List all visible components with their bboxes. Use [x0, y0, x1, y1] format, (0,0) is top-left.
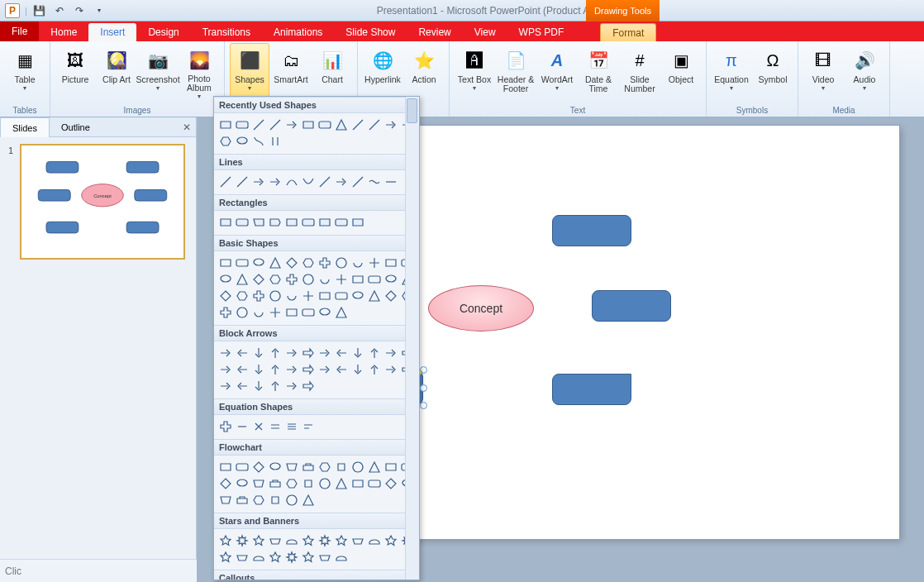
shape-option[interactable] — [333, 475, 349, 491]
shape-option[interactable] — [234, 174, 250, 189]
shape-option[interactable] — [217, 345, 233, 360]
shape-option[interactable] — [267, 378, 283, 394]
shape-option[interactable] — [333, 255, 349, 270]
shape-option[interactable] — [234, 361, 250, 377]
shape-option[interactable] — [250, 492, 266, 508]
table-button[interactable]: ▦Table▾ — [5, 43, 45, 101]
shape-option[interactable] — [250, 133, 266, 149]
shapes-gallery[interactable]: Recently Used Shapes Lines Rectangles Ba… — [213, 96, 420, 580]
slidenumber-button[interactable]: #Slide Number — [620, 43, 660, 101]
shape-option[interactable] — [283, 255, 299, 270]
wordart-button[interactable]: AWordArt▾ — [537, 43, 577, 101]
shape-option[interactable] — [250, 304, 266, 320]
tab-view[interactable]: View — [463, 23, 507, 41]
shape-option[interactable] — [267, 361, 283, 377]
shape-option[interactable] — [333, 345, 349, 360]
shape-option[interactable] — [283, 288, 299, 303]
shape-option[interactable] — [283, 549, 299, 565]
shape-option[interactable] — [234, 532, 250, 548]
shape-option[interactable] — [267, 418, 283, 434]
tab-slideshow[interactable]: Slide Show — [334, 23, 407, 41]
shape-option[interactable] — [283, 271, 299, 287]
shape-option[interactable] — [234, 255, 250, 270]
thumbnail-area[interactable]: 1 Concept — [0, 137, 196, 582]
shape-option[interactable] — [317, 549, 332, 565]
shape-option[interactable] — [234, 214, 250, 230]
close-pane-icon[interactable]: ✕ — [183, 122, 191, 133]
chart-button[interactable]: 📊Chart — [312, 43, 352, 101]
resize-handle-se[interactable] — [420, 402, 427, 409]
shape-rect-2[interactable] — [552, 215, 631, 246]
shape-option[interactable] — [217, 532, 233, 548]
shape-option[interactable] — [234, 549, 250, 565]
clipart-button[interactable]: 🎑Clip Art — [97, 43, 136, 101]
shape-option[interactable] — [217, 271, 233, 287]
shape-option[interactable] — [366, 361, 382, 377]
shape-option[interactable] — [217, 418, 233, 434]
resize-handle-e[interactable] — [420, 384, 427, 392]
shape-option[interactable] — [234, 271, 250, 287]
shape-option[interactable] — [300, 475, 316, 491]
shape-option[interactable] — [267, 345, 283, 360]
shape-option[interactable] — [250, 549, 266, 565]
shape-option[interactable] — [317, 174, 332, 189]
shape-option[interactable] — [267, 549, 283, 565]
shape-option[interactable] — [267, 475, 283, 491]
shape-option[interactable] — [300, 418, 316, 434]
shape-option[interactable] — [234, 475, 250, 491]
shape-option[interactable] — [267, 214, 283, 230]
shapes-scrollbar[interactable] — [405, 97, 419, 580]
photoalbum-button[interactable]: 🌄Photo Album▾ — [179, 43, 219, 101]
shape-option[interactable] — [267, 304, 283, 320]
shape-option[interactable] — [283, 304, 299, 320]
shape-option[interactable] — [234, 304, 250, 320]
shape-option[interactable] — [383, 174, 398, 189]
shape-option[interactable] — [350, 459, 365, 475]
shape-option[interactable] — [317, 214, 332, 230]
shape-option[interactable] — [300, 288, 316, 303]
save-icon[interactable]: 💾 — [32, 3, 47, 18]
concept-oval[interactable]: Concept — [428, 285, 534, 332]
shape-option[interactable] — [366, 117, 382, 132]
shape-option[interactable] — [267, 174, 283, 189]
shape-option[interactable] — [383, 345, 398, 360]
shapes-button[interactable]: ⬛Shapes▾ — [230, 43, 269, 101]
shape-option[interactable] — [333, 304, 349, 320]
shape-option[interactable] — [300, 549, 316, 565]
shape-option[interactable] — [267, 492, 283, 508]
shape-option[interactable] — [383, 271, 398, 287]
shape-option[interactable] — [250, 288, 266, 303]
shape-option[interactable] — [234, 378, 250, 394]
shape-option[interactable] — [300, 214, 316, 230]
shape-option[interactable] — [350, 345, 365, 360]
shape-option[interactable] — [317, 304, 332, 320]
tab-insert[interactable]: Insert — [88, 23, 136, 41]
slide-thumbnail-1[interactable]: 1 Concept — [20, 144, 185, 260]
shape-option[interactable] — [366, 255, 382, 270]
shape-option[interactable] — [383, 255, 398, 270]
shape-option[interactable] — [283, 174, 299, 189]
tab-outline[interactable]: Outline — [50, 117, 102, 137]
shape-option[interactable] — [217, 117, 233, 132]
shape-option[interactable] — [317, 255, 332, 270]
symbol-button[interactable]: ΩSymbol — [753, 43, 793, 101]
shape-option[interactable] — [250, 271, 266, 287]
shape-option[interactable] — [267, 133, 283, 149]
shape-option[interactable] — [300, 492, 316, 508]
shape-option[interactable] — [217, 361, 233, 377]
shape-option[interactable] — [267, 117, 283, 132]
textbox-button[interactable]: 🅰Text Box▾ — [455, 43, 494, 101]
equation-button[interactable]: πEquation▾ — [712, 43, 751, 101]
tab-transitions[interactable]: Transitions — [191, 23, 262, 41]
shape-option[interactable] — [250, 117, 266, 132]
shape-option[interactable] — [350, 475, 365, 491]
shape-option[interactable] — [383, 117, 398, 132]
tab-animations[interactable]: Animations — [262, 23, 334, 41]
qat-customize-icon[interactable]: ▾ — [92, 3, 107, 18]
shape-option[interactable] — [267, 271, 283, 287]
shape-option[interactable] — [250, 361, 266, 377]
shape-option[interactable] — [283, 418, 299, 434]
shape-rect-4[interactable] — [592, 290, 671, 322]
shape-option[interactable] — [283, 492, 299, 508]
shape-option[interactable] — [283, 475, 299, 491]
